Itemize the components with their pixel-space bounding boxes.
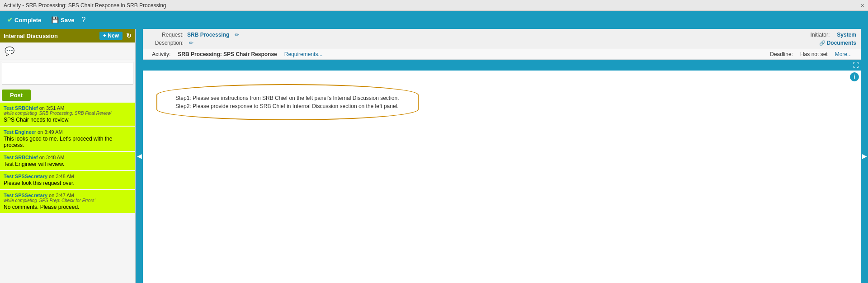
initiator-value[interactable]: System xyxy=(837,32,856,38)
activity-value: SRB Processing: SPS Chair Response xyxy=(178,51,277,57)
discussion-item: Test Engineer on 3:49 AMThis looks good … xyxy=(0,127,135,152)
discussion-author-name[interactable]: Test SRBChief xyxy=(4,155,38,160)
discussion-message: No comments. Please proceed. xyxy=(4,204,132,210)
discussion-item: Test SPSSecretary on 3:48 AMPlease look … xyxy=(0,171,135,190)
collapse-right-arrow[interactable]: ▶ xyxy=(861,29,868,283)
request-row: Request: SRB Processing ✏ Initiator: Sys… xyxy=(147,31,856,39)
request-label: Request: xyxy=(147,32,184,38)
save-label: Save xyxy=(61,17,74,24)
collapse-right-icon: ▶ xyxy=(862,152,867,160)
initiator-label: Initiator: xyxy=(793,32,830,38)
step-instructions-box: Step1: Please see instructions from SRB … xyxy=(156,84,419,120)
complete-label: Complete xyxy=(14,17,41,24)
title-bar: Activity - SRB Processing: SPS Chair Res… xyxy=(0,0,868,11)
save-icon: 💾 xyxy=(51,16,59,24)
toolbar: ✔ Complete 💾 Save ? xyxy=(0,11,868,29)
chat-icon[interactable]: 💬 xyxy=(3,44,16,58)
discussion-time: on 3:48 AM xyxy=(47,174,74,179)
requirements-link[interactable]: Requirements... xyxy=(284,51,323,57)
discussion-author-name[interactable]: Test SPSSecretary xyxy=(4,174,47,179)
new-discussion-button[interactable]: + New xyxy=(99,32,123,40)
complete-button[interactable]: ✔ Complete xyxy=(5,14,44,25)
left-panel: Internal Discussion + New ↻ 💬 Post Test … xyxy=(0,29,136,283)
discussion-item: Test SPSSecretary on 3:47 AMwhile comple… xyxy=(0,190,135,214)
discussion-time: on 3:51 AM xyxy=(38,105,65,111)
discussion-context: while completing 'SPS Prep: Check for Er… xyxy=(4,198,132,203)
top-info-section: Request: SRB Processing ✏ Initiator: Sys… xyxy=(143,29,861,49)
left-panel-header: Internal Discussion + New ↻ xyxy=(0,29,135,42)
collapse-left-arrow[interactable]: ◀ xyxy=(136,29,143,283)
content-header-bar: ⛶ xyxy=(143,60,861,71)
discussion-textarea[interactable] xyxy=(2,62,133,85)
deadline-value: Has not set xyxy=(800,51,828,57)
activity-label: Activity: xyxy=(152,51,170,57)
content-area: i Step1: Please see instructions from SR… xyxy=(143,71,861,283)
discussion-time: on 3:49 AM xyxy=(36,129,63,135)
discussion-author-name[interactable]: Test SPSSecretary xyxy=(4,193,47,198)
discussion-context: while completing 'SRB Processing: SRB Fi… xyxy=(4,111,132,116)
discussion-item: Test SRBChief on 3:51 AMwhile completing… xyxy=(0,103,135,127)
window-title: Activity - SRB Processing: SPS Chair Res… xyxy=(4,2,166,9)
activity-bar: Activity: SRB Processing: SPS Chair Resp… xyxy=(143,49,861,60)
refresh-icon[interactable]: ↻ xyxy=(126,32,132,39)
discussion-time: on 3:47 AM xyxy=(47,193,74,198)
discussion-author-name[interactable]: Test Engineer xyxy=(4,129,36,135)
request-value[interactable]: SRB Processing xyxy=(187,32,229,38)
post-button-row: Post xyxy=(0,88,135,103)
expand-icon[interactable]: ⛶ xyxy=(853,61,859,69)
right-panel: Request: SRB Processing ✏ Initiator: Sys… xyxy=(143,29,861,283)
save-button[interactable]: 💾 Save xyxy=(48,14,77,25)
step-instructions-text: Step1: Please see instructions from SRB … xyxy=(175,94,400,110)
request-edit-icon[interactable]: ✏ xyxy=(235,32,239,38)
discussion-message: Please look this request over. xyxy=(4,180,132,186)
collapse-left-icon: ◀ xyxy=(137,152,142,160)
discussion-item: Test SRBChief on 3:48 AMTest Engineer wi… xyxy=(0,152,135,171)
more-link[interactable]: More... xyxy=(835,51,852,57)
discussion-input-area xyxy=(0,60,135,88)
discussion-message: This looks good to me. Let's proceed wit… xyxy=(4,136,132,148)
complete-icon: ✔ xyxy=(7,16,13,24)
main-layout: Internal Discussion + New ↻ 💬 Post Test … xyxy=(0,29,868,283)
post-button[interactable]: Post xyxy=(2,90,31,101)
deadline-label: Deadline: xyxy=(770,51,793,57)
discussion-message: SPS Chair needs to review. xyxy=(4,117,132,123)
discussion-items: Test SRBChief on 3:51 AMwhile completing… xyxy=(0,103,135,283)
description-label: Description: xyxy=(147,40,184,46)
left-panel-title: Internal Discussion xyxy=(4,33,58,39)
description-row: Description: ✏ Documents xyxy=(147,39,856,47)
discussion-author-name[interactable]: Test SRBChief xyxy=(4,105,38,111)
discussion-message: Test Engineer will review. xyxy=(4,161,132,167)
close-icon[interactable]: × xyxy=(861,2,864,9)
discussion-time: on 3:48 AM xyxy=(38,155,65,160)
info-icon[interactable]: i xyxy=(850,72,859,81)
description-edit-icon[interactable]: ✏ xyxy=(189,40,193,46)
help-button[interactable]: ? xyxy=(82,16,86,24)
documents-link[interactable]: Documents xyxy=(819,40,856,46)
